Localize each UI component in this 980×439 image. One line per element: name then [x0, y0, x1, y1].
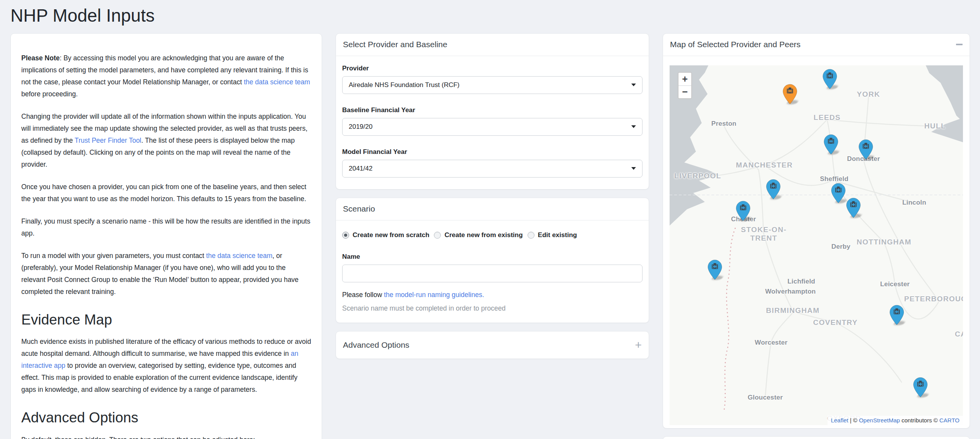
text: Much evidence exists in published litera…: [21, 338, 311, 357]
leaflet-link[interactable]: Leaflet: [831, 417, 848, 424]
attribution-separator: | ©: [848, 417, 859, 424]
map-attribution: Leaflet | © OpenStreetMap contributors ©…: [828, 416, 963, 425]
bold-text: Please Note: [21, 54, 60, 62]
peers-list-card-collapsed[interactable]: [663, 436, 970, 439]
intro-paragraph: Please Note: By accessing this model you…: [21, 52, 311, 100]
radio-label: Create new from scratch: [353, 231, 429, 239]
scenario-card-header: Scenario: [336, 198, 649, 220]
map-card: Map of Selected Provider and Peers: [663, 33, 970, 429]
scenario-name-input[interactable]: [342, 265, 642, 282]
provider-label: Provider: [342, 65, 642, 72]
water-west-coast: [670, 65, 720, 227]
intro-content: Please Note: By accessing this model you…: [21, 52, 311, 439]
openstreetmap-link[interactable]: OpenStreetMap: [859, 417, 900, 424]
section-heading: Advanced Options: [21, 410, 311, 426]
hospital-pin-icon[interactable]: [822, 69, 837, 89]
inline-text-link[interactable]: the data science team: [244, 78, 310, 86]
scenario-type-radio-0[interactable]: Create new from scratch: [342, 231, 429, 239]
hospital-pin-icon[interactable]: [766, 179, 781, 200]
map-card-body: YORKLEEDSHULLMANCHESTERLIVERPOOLSTOKE-ON…: [663, 56, 970, 428]
scenario-type-radio-2[interactable]: Edit existing: [528, 231, 577, 239]
baseline-year-select[interactable]: 2019/20: [342, 118, 642, 136]
scenario-card-title: Scenario: [343, 204, 375, 214]
page-title: NHP Model Inputs: [10, 6, 980, 26]
hospital-pin-icon[interactable]: [736, 201, 750, 221]
peer-provider-marker[interactable]: [858, 139, 873, 160]
zoom-in-button[interactable]: +: [678, 73, 691, 85]
water-humber-estuary: [931, 117, 963, 143]
expand-plus-icon[interactable]: +: [635, 339, 642, 351]
section-heading: Evidence Map: [21, 312, 311, 328]
leaflet-map[interactable]: YORKLEEDSHULLMANCHESTERLIVERPOOLSTOKE-ON…: [670, 65, 963, 425]
naming-guidelines-link[interactable]: the model-run naming guidelines.: [384, 291, 484, 299]
zoom-out-button[interactable]: −: [678, 85, 691, 98]
map-card-title: Map of Selected Provider and Peers: [670, 40, 800, 49]
selected-provider-marker[interactable]: [783, 84, 797, 104]
model-year-select[interactable]: 2041/42: [342, 160, 642, 178]
advanced-options-header[interactable]: Advanced Options +: [336, 331, 649, 359]
chevron-down-icon: [631, 125, 636, 128]
main-columns: Please Note: By accessing this model you…: [0, 33, 980, 439]
scenario-card: Scenario Create new from scratchCreate n…: [336, 198, 649, 323]
intro-paragraph: To run a model with your given parameter…: [21, 250, 311, 298]
peer-provider-marker[interactable]: [846, 198, 861, 218]
peer-provider-marker[interactable]: [889, 304, 904, 325]
peer-provider-marker[interactable]: [766, 179, 781, 200]
inline-text-link[interactable]: Trust Peer Finder Tool: [75, 137, 141, 144]
map-column: Map of Selected Provider and Peers: [663, 33, 970, 439]
provider-select[interactable]: Airedale NHS Foundation Trust (RCF): [342, 76, 642, 94]
peer-provider-marker[interactable]: [831, 183, 846, 203]
map-base-layer: [670, 65, 963, 425]
text: To run a model with your given parameter…: [21, 252, 206, 260]
intro-paragraph: Much evidence exists in published litera…: [21, 336, 311, 396]
hospital-pin-icon[interactable]: [913, 377, 928, 398]
advanced-options-title: Advanced Options: [343, 340, 409, 350]
chevron-down-icon: [631, 167, 636, 170]
carto-link[interactable]: CARTO: [939, 417, 959, 424]
peer-provider-marker[interactable]: [736, 201, 750, 221]
radio-unselected-icon[interactable]: [434, 232, 441, 239]
peer-provider-marker[interactable]: [822, 69, 837, 89]
text: Finally, you must specify a scenario nam…: [21, 217, 310, 237]
provider-baseline-card: Select Provider and Baseline Provider Ai…: [336, 33, 649, 190]
advanced-options-card: Advanced Options +: [336, 331, 649, 359]
hospital-pin-icon[interactable]: [783, 84, 797, 104]
map-card-header: Map of Selected Provider and Peers: [663, 34, 970, 56]
nhp-model-inputs-page: NHP Model Inputs Please Note: By accessi…: [0, 6, 980, 439]
intro-paragraph: Changing the provider will update all of…: [21, 111, 311, 171]
intro-paragraph: Finally, you must specify a scenario nam…: [21, 215, 311, 239]
country-boundary-line: [724, 228, 735, 412]
hospital-pin-icon[interactable]: [846, 198, 861, 218]
provider-select-value: Airedale NHS Foundation Trust (RCF): [349, 81, 459, 89]
intro-card: Please Note: By accessing this model you…: [10, 33, 322, 439]
inline-text-link[interactable]: the data science team: [206, 252, 272, 260]
scenario-type-radio-1[interactable]: Create new from existing: [434, 231, 523, 239]
baseline-year-select-value: 2019/20: [349, 123, 372, 131]
intro-paragraph: Once you have chosen a provider, you can…: [21, 181, 311, 205]
peer-provider-marker[interactable]: [708, 260, 722, 280]
radio-label: Edit existing: [538, 231, 577, 239]
hospital-pin-icon[interactable]: [708, 260, 722, 280]
hospital-pin-icon[interactable]: [858, 139, 873, 160]
model-year-select-value: 2041/42: [349, 165, 372, 173]
hospital-pin-icon[interactable]: [824, 134, 838, 155]
naming-guidelines-prefix: Please follow: [342, 291, 384, 299]
naming-guidelines-line: Please follow the model-run naming guide…: [342, 291, 642, 299]
provider-baseline-card-header: Select Provider and Baseline: [336, 34, 649, 56]
baseline-year-label: Baseline Financial Year: [342, 106, 642, 114]
hospital-pin-icon[interactable]: [831, 183, 846, 203]
chevron-down-icon: [631, 84, 636, 86]
scenario-requirement-text: Scenario name must be completed in order…: [342, 304, 642, 313]
intro-paragraph: By default, these are hidden. There are …: [21, 434, 311, 439]
scenario-card-body: Create new from scratchCreate new from e…: [336, 220, 649, 323]
text: By default, these are hidden. There are …: [21, 436, 255, 439]
text: Once you have chosen a provider, you can…: [21, 183, 306, 203]
peer-provider-marker[interactable]: [913, 377, 928, 398]
hospital-pin-icon[interactable]: [889, 304, 904, 325]
water-north-sea: [925, 65, 963, 123]
radio-unselected-icon[interactable]: [528, 232, 535, 239]
map-zoom-control: + −: [678, 72, 692, 99]
radio-selected-icon[interactable]: [342, 232, 349, 239]
peer-provider-marker[interactable]: [824, 134, 838, 155]
collapse-minus-icon[interactable]: [956, 44, 963, 45]
